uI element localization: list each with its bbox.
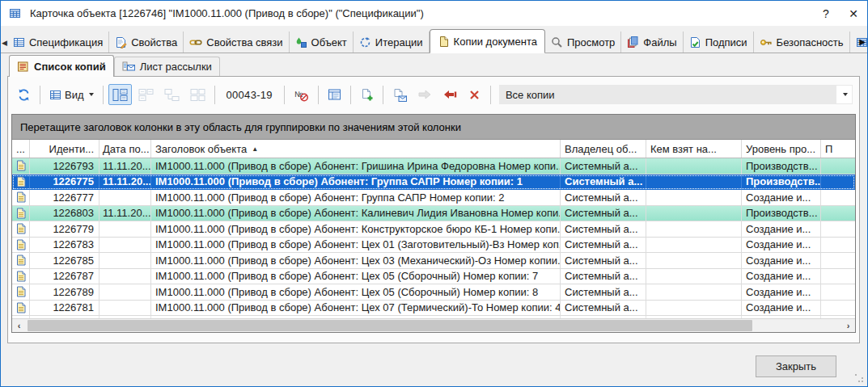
column-header-label: Владелец об...: [565, 143, 637, 155]
arrow-right-icon: [417, 89, 432, 100]
doc-copy-icon: [438, 36, 450, 48]
column-header-4[interactable]: Владелец об...: [561, 140, 646, 158]
column-header-0[interactable]: ...: [12, 140, 30, 158]
cell-owner: Системный а...: [561, 253, 646, 269]
cell-owner: Системный а...: [561, 190, 646, 206]
send-copy-button[interactable]: [388, 84, 411, 105]
cell-owner: Системный а...: [561, 175, 646, 191]
document-copy-icon: [16, 271, 26, 282]
table-row[interactable]: 1226777IM1000.11.000 (Привод в сборе) Аб…: [12, 190, 855, 206]
tab-preview[interactable]: Просмотр: [545, 32, 621, 53]
cell-empty: [821, 190, 855, 206]
cell-id: 1226775: [30, 175, 100, 191]
row-icon-cell: [12, 284, 30, 301]
refresh-icon: [17, 88, 31, 102]
refresh-button[interactable]: [13, 84, 35, 105]
document-copy-icon: [16, 286, 26, 297]
cell-taken_by: [646, 221, 742, 238]
toolbar-separator: [40, 86, 40, 104]
column-header-label: Дата по...: [103, 143, 150, 155]
group-by-drop-area[interactable]: Перетащите заголовок колонки в эту облас…: [12, 115, 855, 140]
tab-security[interactable]: Безопасность: [754, 32, 850, 53]
close-window-button[interactable]: ✕: [840, 2, 867, 26]
delete-copy-button[interactable]: [464, 84, 485, 105]
card-view-button[interactable]: [324, 84, 345, 105]
tabs-scroll-right-icon[interactable]: ▶: [859, 37, 866, 46]
caret-down-icon: [843, 93, 848, 96]
column-header-5[interactable]: Кем взят на...: [646, 140, 742, 158]
tab-label: Свойства: [131, 36, 177, 48]
table-row[interactable]: 1226783IM1000.11.000 (Привод в сборе) Аб…: [12, 238, 855, 254]
cell-level: Производств...: [742, 158, 821, 175]
column-header-6[interactable]: Уровень про...: [742, 140, 821, 158]
column-header-7[interactable]: П: [821, 140, 855, 158]
cell-taken_by: [646, 269, 742, 285]
magnifier-icon: [551, 36, 563, 48]
close-button[interactable]: Закрыть: [756, 355, 836, 377]
document-copy-icon: [16, 208, 26, 219]
subtab-mailing-list[interactable]: Лист рассылки: [114, 57, 220, 76]
layout-hierarchy-button[interactable]: [160, 84, 184, 105]
tab-signatures[interactable]: Подписи: [684, 32, 754, 53]
table-row[interactable]: 122679311.11.20...IM1000.11.000 (Привод …: [12, 158, 855, 175]
layout-grid-button[interactable]: [186, 84, 210, 105]
cell-title: IM1000.11.000 (Привод в сборе) Абонент: …: [151, 238, 561, 254]
subtab-copies-list[interactable]: Список копий: [9, 55, 114, 77]
cell-date: 11.11.20...: [100, 158, 151, 175]
tab-label: Файлы: [643, 36, 676, 48]
layout-cards-button[interactable]: [134, 84, 158, 105]
scrollbar-thumb[interactable]: [28, 320, 752, 331]
tab-specification[interactable]: Спецификация: [7, 32, 109, 53]
tab-label: Свойства связи: [206, 36, 282, 48]
grid-header-row: ...Иденти...Дата по...Заголовок объекта▲…: [12, 140, 855, 158]
no-number-button[interactable]: №: [290, 84, 313, 105]
title-bar: Карточка объекта [1226746] "IM1000.11.00…: [1, 1, 867, 26]
toolbar-separator: [318, 86, 319, 104]
horizontal-scrollbar[interactable]: ‹ ›: [12, 318, 855, 332]
scroll-right-arrow-icon[interactable]: ›: [841, 319, 855, 332]
list-page-icon: [17, 61, 29, 73]
column-header-3[interactable]: Заголовок объекта▲: [151, 140, 561, 158]
files-stack-icon: [627, 36, 639, 48]
arrow-left-icon: [442, 89, 457, 100]
combobox-dropdown-button[interactable]: [836, 86, 852, 103]
cell-taken_by: [646, 253, 742, 269]
return-copy-button[interactable]: [438, 84, 461, 105]
chain-icon: [189, 36, 202, 48]
tab-files[interactable]: Файлы: [621, 32, 683, 53]
table-row[interactable]: 1226781IM1000.11.000 (Привод в сборе) Аб…: [12, 301, 855, 317]
scroll-left-arrow-icon[interactable]: ‹: [12, 319, 26, 332]
table-row[interactable]: 1226787IM1000.11.000 (Привод в сборе) Аб…: [12, 269, 855, 285]
cell-level: Создание и...: [742, 253, 821, 269]
tab-object[interactable]: Объект: [290, 32, 354, 53]
toolbar-separator: [490, 86, 491, 104]
help-button[interactable]: ?: [812, 2, 840, 26]
tab-iterations[interactable]: Итерации: [354, 32, 430, 53]
cell-id: 1226781: [30, 301, 100, 317]
cell-date: [100, 238, 151, 254]
cell-taken_by: [646, 301, 742, 317]
cell-title: IM1000.11.000 (Привод в сборе) Абонент: …: [151, 253, 561, 269]
subtab-label: Лист рассылки: [140, 61, 212, 73]
cell-level: Создание и...: [742, 284, 821, 301]
table-row[interactable]: 1226779IM1000.11.000 (Привод в сборе) Аб…: [12, 221, 855, 238]
column-header-1[interactable]: Иденти...: [30, 140, 100, 158]
table-row[interactable]: 1226785IM1000.11.000 (Привод в сборе) Аб…: [12, 253, 855, 269]
tab-label: Спецификация: [29, 36, 103, 48]
table-row[interactable]: 122677511.11.20...IM1000.11.000 (Привод …: [12, 175, 855, 191]
tab-link-properties[interactable]: Свойства связи: [184, 32, 289, 53]
tabs-scroll-left-icon[interactable]: ◀: [2, 33, 7, 53]
table-row[interactable]: 1226789IM1000.11.000 (Привод в сборе) Аб…: [12, 284, 855, 301]
view-menu-button[interactable]: Вид: [45, 84, 98, 105]
tab-document-copies[interactable]: Копии документа: [430, 29, 545, 53]
table-row[interactable]: 122680311.11.20...IM1000.11.000 (Привод …: [12, 206, 855, 222]
column-header-2[interactable]: Дата по...: [100, 140, 151, 158]
subtab-label: Список копий: [34, 61, 106, 73]
resize-grip[interactable]: [854, 373, 864, 383]
tab-properties[interactable]: Свойства: [109, 32, 184, 53]
add-copy-button[interactable]: [356, 84, 378, 105]
forward-button[interactable]: [413, 84, 436, 105]
copies-filter-combobox[interactable]: Все копии: [499, 85, 853, 104]
cell-title: IM1000.11.000 (Привод в сборе) Абонент: …: [151, 190, 561, 206]
layout-tree-button[interactable]: [108, 84, 132, 105]
